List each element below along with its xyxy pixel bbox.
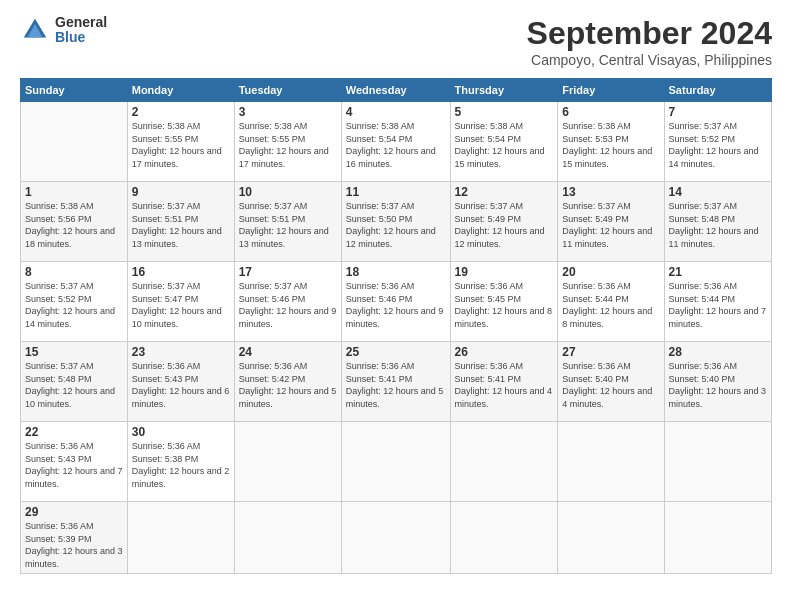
th-sunday: Sunday — [21, 79, 128, 102]
logo-text: General Blue — [55, 15, 107, 46]
location-title: Campoyo, Central Visayas, Philippines — [527, 52, 772, 68]
list-item: 24Sunrise: 5:36 AMSunset: 5:42 PMDayligh… — [234, 342, 341, 422]
empty-cell — [664, 422, 771, 502]
th-saturday: Saturday — [664, 79, 771, 102]
logo-general: General — [55, 15, 107, 30]
list-item: 29Sunrise: 5:36 AMSunset: 5:39 PMDayligh… — [21, 502, 128, 574]
month-title: September 2024 — [527, 15, 772, 52]
logo-icon — [20, 15, 50, 45]
header: General Blue September 2024 Campoyo, Cen… — [20, 15, 772, 68]
list-item: 13Sunrise: 5:37 AMSunset: 5:49 PMDayligh… — [558, 182, 664, 262]
list-item: 16Sunrise: 5:37 AMSunset: 5:47 PMDayligh… — [127, 262, 234, 342]
empty-cell — [341, 422, 450, 502]
list-item: 4Sunrise: 5:38 AMSunset: 5:54 PMDaylight… — [341, 102, 450, 182]
list-item: 20Sunrise: 5:36 AMSunset: 5:44 PMDayligh… — [558, 262, 664, 342]
th-thursday: Thursday — [450, 79, 558, 102]
th-monday: Monday — [127, 79, 234, 102]
list-item: 14Sunrise: 5:37 AMSunset: 5:48 PMDayligh… — [664, 182, 771, 262]
list-item: 5Sunrise: 5:38 AMSunset: 5:54 PMDaylight… — [450, 102, 558, 182]
empty-cell — [558, 422, 664, 502]
list-item: 23Sunrise: 5:36 AMSunset: 5:43 PMDayligh… — [127, 342, 234, 422]
list-item: 9Sunrise: 5:37 AMSunset: 5:51 PMDaylight… — [127, 182, 234, 262]
empty-cell — [21, 102, 128, 182]
list-item: 8Sunrise: 5:37 AMSunset: 5:52 PMDaylight… — [21, 262, 128, 342]
empty-cell — [450, 502, 558, 574]
list-item: 6Sunrise: 5:38 AMSunset: 5:53 PMDaylight… — [558, 102, 664, 182]
calendar-table: Sunday Monday Tuesday Wednesday Thursday… — [20, 78, 772, 574]
list-item: 1Sunrise: 5:38 AMSunset: 5:56 PMDaylight… — [21, 182, 128, 262]
table-row: 1Sunrise: 5:38 AMSunset: 5:56 PMDaylight… — [21, 182, 772, 262]
list-item: 30Sunrise: 5:36 AMSunset: 5:38 PMDayligh… — [127, 422, 234, 502]
empty-cell — [234, 502, 341, 574]
list-item: 12Sunrise: 5:37 AMSunset: 5:49 PMDayligh… — [450, 182, 558, 262]
list-item: 15Sunrise: 5:37 AMSunset: 5:48 PMDayligh… — [21, 342, 128, 422]
empty-cell — [450, 422, 558, 502]
table-row: 22Sunrise: 5:36 AMSunset: 5:43 PMDayligh… — [21, 422, 772, 502]
empty-cell — [234, 422, 341, 502]
list-item: 11Sunrise: 5:37 AMSunset: 5:50 PMDayligh… — [341, 182, 450, 262]
logo: General Blue — [20, 15, 107, 46]
list-item: 18Sunrise: 5:36 AMSunset: 5:46 PMDayligh… — [341, 262, 450, 342]
th-wednesday: Wednesday — [341, 79, 450, 102]
calendar-page: General Blue September 2024 Campoyo, Cen… — [0, 0, 792, 612]
empty-cell — [127, 502, 234, 574]
th-friday: Friday — [558, 79, 664, 102]
list-item: 7Sunrise: 5:37 AMSunset: 5:52 PMDaylight… — [664, 102, 771, 182]
list-item: 10Sunrise: 5:37 AMSunset: 5:51 PMDayligh… — [234, 182, 341, 262]
table-row: 15Sunrise: 5:37 AMSunset: 5:48 PMDayligh… — [21, 342, 772, 422]
header-row: Sunday Monday Tuesday Wednesday Thursday… — [21, 79, 772, 102]
empty-cell — [664, 502, 771, 574]
list-item: 28Sunrise: 5:36 AMSunset: 5:40 PMDayligh… — [664, 342, 771, 422]
table-row: 29Sunrise: 5:36 AMSunset: 5:39 PMDayligh… — [21, 502, 772, 574]
list-item: 17Sunrise: 5:37 AMSunset: 5:46 PMDayligh… — [234, 262, 341, 342]
empty-cell — [558, 502, 664, 574]
list-item: 27Sunrise: 5:36 AMSunset: 5:40 PMDayligh… — [558, 342, 664, 422]
list-item: 26Sunrise: 5:36 AMSunset: 5:41 PMDayligh… — [450, 342, 558, 422]
th-tuesday: Tuesday — [234, 79, 341, 102]
logo-blue: Blue — [55, 30, 107, 45]
list-item: 2Sunrise: 5:38 AMSunset: 5:55 PMDaylight… — [127, 102, 234, 182]
table-row: 2Sunrise: 5:38 AMSunset: 5:55 PMDaylight… — [21, 102, 772, 182]
list-item: 22Sunrise: 5:36 AMSunset: 5:43 PMDayligh… — [21, 422, 128, 502]
list-item: 21Sunrise: 5:36 AMSunset: 5:44 PMDayligh… — [664, 262, 771, 342]
list-item: 19Sunrise: 5:36 AMSunset: 5:45 PMDayligh… — [450, 262, 558, 342]
table-row: 8Sunrise: 5:37 AMSunset: 5:52 PMDaylight… — [21, 262, 772, 342]
title-section: September 2024 Campoyo, Central Visayas,… — [527, 15, 772, 68]
list-item: 25Sunrise: 5:36 AMSunset: 5:41 PMDayligh… — [341, 342, 450, 422]
list-item: 3Sunrise: 5:38 AMSunset: 5:55 PMDaylight… — [234, 102, 341, 182]
empty-cell — [341, 502, 450, 574]
